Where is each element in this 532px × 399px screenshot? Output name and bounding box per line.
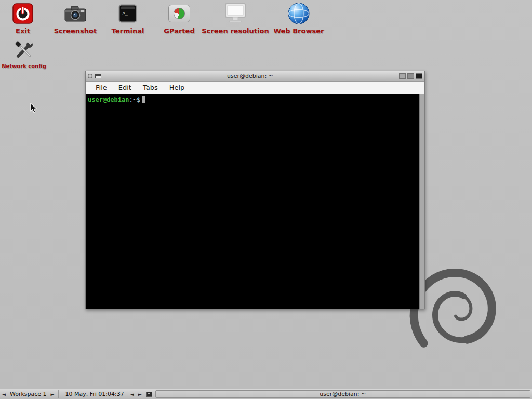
minimize-button[interactable] [399,73,406,79]
power-icon [12,1,33,26]
window-menubar: File Edit Tabs Help [86,82,424,94]
menu-edit[interactable]: Edit [113,82,137,94]
menu-file[interactable]: File [90,82,113,94]
terminal-cursor [142,96,145,103]
window-app-icon [95,74,101,78]
desktop-icon-web-browser[interactable]: Web Browser [260,1,338,35]
pager-prev-button[interactable]: ◄ [128,392,136,397]
window-menu-icon[interactable] [88,74,92,78]
terminal-icon: >_ [118,1,137,26]
menu-tabs[interactable]: Tabs [137,82,164,94]
menu-help[interactable]: Help [164,82,191,94]
prompt-path: :~$ [129,96,140,103]
pager-next-button[interactable]: ► [136,392,144,397]
camera-icon [63,1,87,26]
globe-icon [287,1,310,26]
prompt-user-host: user@debian [88,96,129,103]
window-titlebar[interactable]: user@debian: ~ [86,71,424,82]
taskbar: ◄ Workspace 1 ► 10 May, Fri 01:04:37 ◄ ►… [0,389,532,399]
terminal-scrollbar[interactable] [419,94,424,309]
tools-icon [13,37,35,62]
monitor-icon [223,1,247,26]
workspace-label[interactable]: Workspace 1 [8,391,49,397]
shell-prompt: user@debian:~$ [86,94,424,105]
svg-text:>_: >_ [122,10,128,16]
desktop-icon-network-config[interactable]: Network config [0,37,63,69]
desktop-icon-label: GParted [164,27,194,35]
workspace-next-button[interactable]: ► [49,392,57,397]
desktop-icon-label: Web Browser [274,27,324,35]
maximize-button[interactable] [407,73,414,79]
disk-partition-icon [168,1,190,26]
close-button[interactable] [416,73,422,79]
task-window-icon [146,392,152,397]
mouse-cursor [30,103,37,113]
window-title: user@debian: ~ [104,73,396,79]
desktop-icon-label: Network config [2,63,46,69]
desktop-icon-label: Screen resolution [202,27,269,35]
terminal-window: user@debian: ~ File Edit Tabs Help user@… [85,71,425,309]
taskbar-separator [58,390,59,398]
taskbar-task-button[interactable]: user@debian: ~ [155,390,530,398]
desktop-icon-label: Terminal [112,27,144,35]
terminal-content[interactable]: user@debian:~$ [86,94,424,309]
desktop-icon-label: Exit [16,27,30,35]
workspace-prev-button[interactable]: ◄ [0,392,8,397]
taskbar-task-label: user@debian: ~ [320,391,366,397]
taskbar-clock: 10 May, Fri 01:04:37 [61,391,128,397]
